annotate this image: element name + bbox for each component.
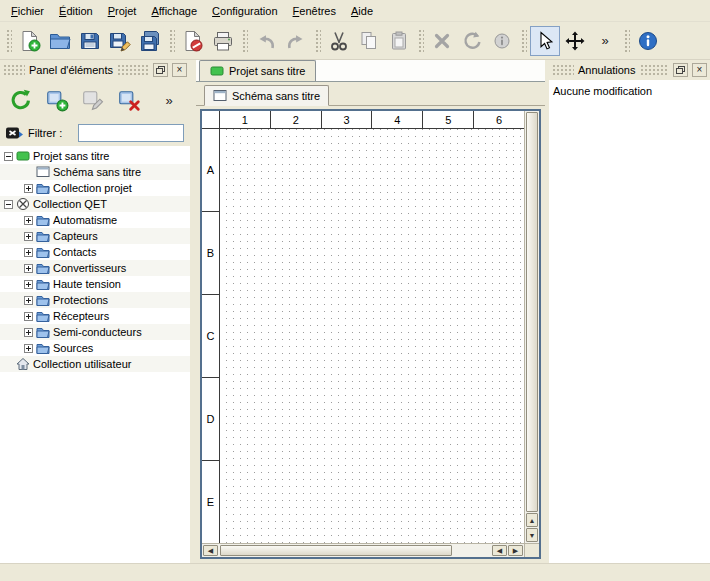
cut-button[interactable] <box>324 26 354 56</box>
collapse-icon[interactable] <box>4 152 13 161</box>
panel-overflow-button[interactable]: » <box>154 85 184 115</box>
save-all-button[interactable] <box>135 26 165 56</box>
redo-button[interactable] <box>281 26 311 56</box>
float-panel-button[interactable] <box>153 63 168 77</box>
undo-dock-titlebar[interactable]: Annulations × <box>549 60 710 80</box>
main-area: Panel d'éléments × <box>0 60 710 563</box>
toolbar-grip[interactable] <box>623 28 630 54</box>
menu-fichier[interactable]: Fichier <box>4 2 51 20</box>
float-undo-dock-button[interactable] <box>673 63 688 77</box>
scroll-left-button[interactable]: ◀ <box>203 545 218 556</box>
horizontal-scrollbar[interactable]: ◀ ◀ ▶ <box>202 543 524 557</box>
dock-grip[interactable] <box>117 64 149 76</box>
tree-item-capteurs[interactable]: Capteurs <box>0 228 190 244</box>
new-element-button[interactable] <box>42 85 72 115</box>
horizontal-scrollbar-track[interactable] <box>453 544 492 557</box>
element-info-button[interactable] <box>487 26 517 56</box>
menu-bar: Fichier Édition Projet Affichage Configu… <box>0 0 710 22</box>
open-file-button[interactable] <box>45 26 75 56</box>
filter-row: Filtrer : <box>0 120 190 146</box>
dock-grip[interactable] <box>3 64 25 76</box>
tree-item-project[interactable]: Projet sans titre <box>0 148 190 164</box>
horizontal-scrollbar-thumb[interactable] <box>220 545 452 556</box>
tree-item-sources[interactable]: Sources <box>0 340 190 356</box>
filter-input[interactable] <box>78 124 184 142</box>
menu-projet[interactable]: Projet <box>101 2 144 20</box>
schema-canvas[interactable] <box>220 129 524 543</box>
new-file-button[interactable] <box>15 26 45 56</box>
scroll-left-button-2[interactable]: ◀ <box>492 545 507 556</box>
expand-icon[interactable] <box>24 232 33 241</box>
schema-view[interactable]: 1 2 3 4 5 6 A B C D <box>200 109 541 559</box>
tree-item-collection-utilisateur[interactable]: Collection utilisateur <box>0 356 190 372</box>
toolbar-grip[interactable] <box>5 28 12 54</box>
edit-element-button[interactable] <box>78 85 108 115</box>
close-panel-button[interactable]: × <box>172 63 187 77</box>
paste-button[interactable] <box>384 26 414 56</box>
undo-empty-state: Aucune modification <box>553 83 706 99</box>
tree-item-convertisseurs[interactable]: Convertisseurs <box>0 260 190 276</box>
home-icon <box>16 357 30 371</box>
toolbar-grip[interactable] <box>314 28 321 54</box>
close-file-button[interactable] <box>178 26 208 56</box>
expand-icon[interactable] <box>24 344 33 353</box>
expand-icon[interactable] <box>24 264 33 273</box>
vertical-scrollbar[interactable]: ▲ ▼ <box>524 111 539 543</box>
expand-icon[interactable] <box>24 296 33 305</box>
tree-item-automatisme[interactable]: Automatisme <box>0 212 190 228</box>
scroll-up-button[interactable]: ▲ <box>526 513 538 527</box>
scroll-down-button[interactable]: ▼ <box>526 528 538 542</box>
scroll-right-button[interactable]: ▶ <box>508 545 523 556</box>
undo-history-list[interactable]: Aucune modification <box>549 80 710 563</box>
tree-item-label: Protections <box>53 294 108 306</box>
undo-button[interactable] <box>251 26 281 56</box>
expand-icon[interactable] <box>24 216 33 225</box>
expand-icon[interactable] <box>24 312 33 321</box>
toolbar-grip[interactable] <box>241 28 248 54</box>
project-tab-label: Projet sans titre <box>229 65 305 77</box>
reload-collections-button[interactable] <box>6 85 36 115</box>
save-as-button[interactable] <box>105 26 135 56</box>
print-button[interactable] <box>208 26 238 56</box>
close-undo-dock-button[interactable]: × <box>692 63 707 77</box>
menu-aide[interactable]: Aide <box>344 2 380 20</box>
project-tab-bar: Projet sans titre <box>196 60 545 82</box>
tree-item-schema[interactable]: Schéma sans titre <box>0 164 190 180</box>
menu-edition[interactable]: Édition <box>52 2 100 20</box>
column-header: 2 <box>271 111 322 128</box>
copy-button[interactable] <box>354 26 384 56</box>
toolbar-grip[interactable] <box>520 28 527 54</box>
menu-fenetres[interactable]: Fenêtres <box>286 2 343 20</box>
elements-panel-titlebar[interactable]: Panel d'éléments × <box>0 60 190 80</box>
collapse-icon[interactable] <box>4 200 13 209</box>
expand-icon[interactable] <box>24 280 33 289</box>
dock-grip[interactable] <box>552 64 574 76</box>
tree-item-protections[interactable]: Protections <box>0 292 190 308</box>
toolbar-grip[interactable] <box>168 28 175 54</box>
menu-configuration[interactable]: Configuration <box>205 2 284 20</box>
toolbar-grip[interactable] <box>417 28 424 54</box>
tree-item-recepteurs[interactable]: Récepteurs <box>0 308 190 324</box>
toolbar-overflow-button[interactable]: » <box>590 26 620 56</box>
rotate-button[interactable] <box>457 26 487 56</box>
filter-clear-icon[interactable] <box>4 123 24 143</box>
save-button[interactable] <box>75 26 105 56</box>
tab-schema-sans-titre[interactable]: Schéma sans titre <box>204 85 329 106</box>
tree-item-haute-tension[interactable]: Haute tension <box>0 276 190 292</box>
about-button[interactable] <box>633 26 663 56</box>
tree-item-collection-projet[interactable]: Collection projet <box>0 180 190 196</box>
dock-grip[interactable] <box>640 64 670 76</box>
menu-affichage[interactable]: Affichage <box>144 2 204 20</box>
expand-icon[interactable] <box>24 248 33 257</box>
vertical-scrollbar-thumb[interactable] <box>526 112 538 512</box>
tree-item-contacts[interactable]: Contacts <box>0 244 190 260</box>
pan-mode-button[interactable] <box>560 26 590 56</box>
tab-projet-sans-titre[interactable]: Projet sans titre <box>199 60 316 81</box>
expand-icon[interactable] <box>24 328 33 337</box>
delete-button[interactable] <box>427 26 457 56</box>
select-mode-button[interactable] <box>530 26 560 56</box>
delete-element-button[interactable] <box>114 85 144 115</box>
expand-icon[interactable] <box>24 184 33 193</box>
tree-item-collection-qet[interactable]: Collection QET <box>0 196 190 212</box>
tree-item-semi-conducteurs[interactable]: Semi-conducteurs <box>0 324 190 340</box>
